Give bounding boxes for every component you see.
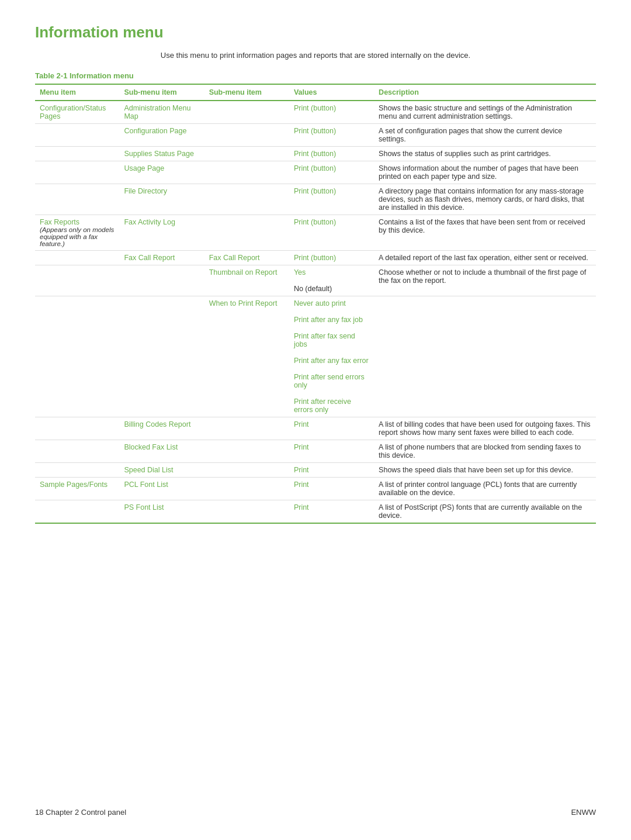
cell-desc: Shows the basic structure and settings o…	[374, 101, 596, 124]
cell-menu	[35, 184, 119, 215]
cell-sub1: Administration Menu Map	[119, 101, 204, 124]
cell-sub1: Fax Call Report	[119, 251, 204, 265]
cell-sub1: Supplies Status Page	[119, 147, 204, 161]
table-row: Configuration PagePrint (button)A set of…	[35, 124, 596, 147]
table-row: Fax Reports(Appears only on models equip…	[35, 215, 596, 251]
cell-desc: A list of billing codes that have been u…	[374, 417, 596, 440]
cell-menu	[35, 251, 119, 265]
page-title: Information menu	[35, 23, 596, 42]
table-row: Supplies Status PagePrint (button)Shows …	[35, 147, 596, 161]
cell-desc: A list of PostScript (PS) fonts that are…	[374, 500, 596, 524]
cell-menu	[35, 265, 119, 296]
cell-sub2	[204, 184, 289, 215]
col-header-values: Values	[289, 84, 374, 101]
cell-desc: A detailed report of the last fax operat…	[374, 251, 596, 265]
cell-menu	[35, 463, 119, 478]
cell-menu: Sample Pages/Fonts	[35, 478, 119, 500]
cell-desc: Shows the status of supplies such as pri…	[374, 147, 596, 161]
table-row: Fax Call ReportFax Call ReportPrint (but…	[35, 251, 596, 265]
cell-sub1: File Directory	[119, 184, 204, 215]
cell-values: Print	[289, 500, 374, 524]
cell-sub2: Thumbnail on Report	[204, 265, 289, 296]
cell-menu	[35, 417, 119, 440]
table-caption: Table 2-1 Information menu	[35, 71, 596, 80]
cell-sub2	[204, 124, 289, 147]
cell-values: Print (button)	[289, 101, 374, 124]
cell-sub2	[204, 478, 289, 500]
cell-sub2	[204, 463, 289, 478]
table-row: Thumbnail on ReportYesNo (default)Choose…	[35, 265, 596, 296]
cell-desc: A list of printer control language (PCL)…	[374, 478, 596, 500]
cell-sub2	[204, 147, 289, 161]
cell-sub2	[204, 417, 289, 440]
cell-desc: A directory page that contains informati…	[374, 184, 596, 215]
table-row: Speed Dial ListPrintShows the speed dial…	[35, 463, 596, 478]
table-row: Billing Codes ReportPrintA list of billi…	[35, 417, 596, 440]
cell-values: Print (button)	[289, 184, 374, 215]
cell-values: Print (button)	[289, 147, 374, 161]
cell-desc: Shows the speed dials that have been set…	[374, 463, 596, 478]
cell-menu	[35, 296, 119, 417]
col-header-desc: Description	[374, 84, 596, 101]
cell-sub2: Fax Call Report	[204, 251, 289, 265]
cell-sub1: Speed Dial List	[119, 463, 204, 478]
cell-menu	[35, 440, 119, 463]
cell-sub1: Configuration Page	[119, 124, 204, 147]
cell-values: Print (button)	[289, 124, 374, 147]
cell-desc: A list of phone numbers that are blocked…	[374, 440, 596, 463]
cell-desc: A set of configuration pages that show t…	[374, 124, 596, 147]
col-header-menu: Menu item	[35, 84, 119, 101]
cell-sub1: PCL Font List	[119, 478, 204, 500]
cell-values: Print	[289, 440, 374, 463]
table-row: PS Font ListPrintA list of PostScript (P…	[35, 500, 596, 524]
intro-text: Use this menu to print information pages…	[35, 51, 596, 60]
footer-left: 18 Chapter 2 Control panel	[35, 808, 126, 817]
table-row: Blocked Fax ListPrintA list of phone num…	[35, 440, 596, 463]
cell-sub2: When to Print Report	[204, 296, 289, 417]
cell-values: Print	[289, 478, 374, 500]
cell-sub2	[204, 440, 289, 463]
table-row: Sample Pages/FontsPCL Font ListPrintA li…	[35, 478, 596, 500]
page-footer: 18 Chapter 2 Control panel ENWW	[35, 808, 596, 817]
cell-sub1: Fax Activity Log	[119, 215, 204, 251]
cell-sub2	[204, 500, 289, 524]
cell-sub2	[204, 161, 289, 184]
cell-sub1: PS Font List	[119, 500, 204, 524]
cell-sub2	[204, 215, 289, 251]
cell-values: YesNo (default)	[289, 265, 374, 296]
cell-values: Print (button)	[289, 215, 374, 251]
cell-values: Print	[289, 417, 374, 440]
cell-menu: Configuration/Status Pages	[35, 101, 119, 124]
cell-sub1	[119, 296, 204, 417]
cell-menu	[35, 147, 119, 161]
cell-values: Never auto printPrint after any fax jobP…	[289, 296, 374, 417]
cell-desc: Shows information about the number of pa…	[374, 161, 596, 184]
col-header-sub1: Sub-menu item	[119, 84, 204, 101]
cell-menu	[35, 161, 119, 184]
cell-sub1: Billing Codes Report	[119, 417, 204, 440]
cell-sub1	[119, 265, 204, 296]
information-menu-table: Menu item Sub-menu item Sub-menu item Va…	[35, 84, 596, 524]
cell-sub1: Usage Page	[119, 161, 204, 184]
cell-menu	[35, 500, 119, 524]
table-row: File DirectoryPrint (button)A directory …	[35, 184, 596, 215]
col-header-sub2: Sub-menu item	[204, 84, 289, 101]
cell-values: Print (button)	[289, 251, 374, 265]
footer-right: ENWW	[571, 808, 596, 817]
cell-menu: Fax Reports(Appears only on models equip…	[35, 215, 119, 251]
table-row: Usage PagePrint (button)Shows informatio…	[35, 161, 596, 184]
cell-sub1: Blocked Fax List	[119, 440, 204, 463]
cell-menu	[35, 124, 119, 147]
cell-values: Print	[289, 463, 374, 478]
cell-sub2	[204, 101, 289, 124]
cell-desc	[374, 296, 596, 417]
cell-desc: Contains a list of the faxes that have b…	[374, 215, 596, 251]
cell-desc: Choose whether or not to include a thumb…	[374, 265, 596, 296]
cell-values: Print (button)	[289, 161, 374, 184]
table-row: When to Print ReportNever auto printPrin…	[35, 296, 596, 417]
table-row: Configuration/Status PagesAdministration…	[35, 101, 596, 124]
